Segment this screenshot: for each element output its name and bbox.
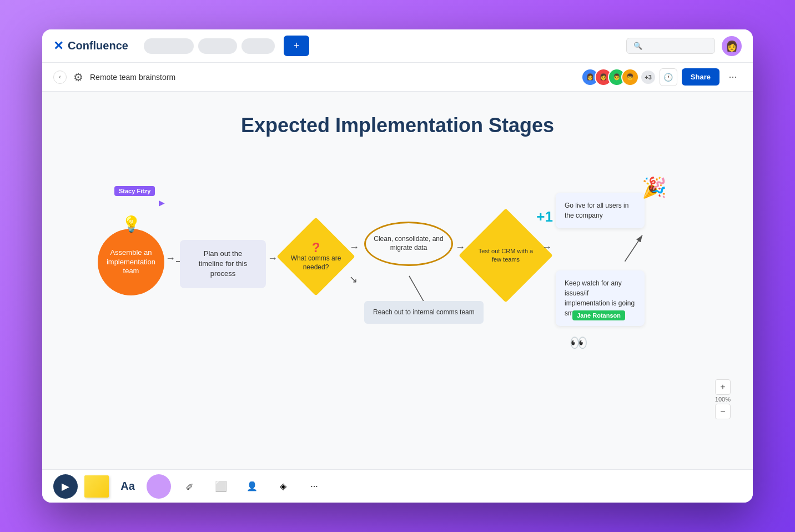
step4a-label: Clean, consolidate, and migrate data: [371, 235, 446, 252]
diagram-icon: ⚙: [73, 71, 83, 84]
zoom-level: 100%: [715, 396, 731, 403]
zoom-in-button[interactable]: +: [715, 379, 731, 395]
search-box[interactable]: 🔍: [626, 38, 715, 54]
nav-pill-3[interactable]: [241, 38, 275, 54]
step4a-node: Clean, consolidate, and migrate data: [364, 222, 453, 266]
integration-tool[interactable]: ◈: [271, 474, 295, 499]
step5-label: Test out CRM with a few teams: [479, 248, 533, 263]
nav-pill-2[interactable]: [198, 38, 237, 54]
arrow3a: →: [349, 242, 359, 253]
step3-label: What comms are needed?: [291, 254, 341, 271]
avatar-user-4: 👦: [621, 68, 639, 86]
plus-one-badge: +1: [536, 208, 553, 225]
nav-pill-1[interactable]: [144, 38, 194, 54]
secondary-nav: ‹ ⚙ Remote team brainstorm 👩 👩 👨 👦 +3 🕐 …: [42, 63, 753, 92]
app-name: Confluence: [68, 39, 128, 52]
arrow2: →: [268, 253, 278, 264]
shape-tool[interactable]: [147, 474, 171, 499]
note1-label: Go live for all users in the company: [565, 202, 628, 219]
collapse-button[interactable]: ‹: [53, 71, 67, 84]
diagram-title: Expected Implementation Stages: [42, 92, 753, 137]
text-tool[interactable]: Aa: [115, 474, 140, 499]
pen-tool[interactable]: ✏: [173, 469, 207, 503]
step1-label: Assemble an implementation team: [104, 248, 158, 277]
nav-right: 🔍 👩: [626, 36, 742, 56]
search-icon: 🔍: [633, 42, 642, 50]
step1-node: 💡 Assemble an implementation team: [98, 215, 164, 295]
more-options-button[interactable]: ···: [724, 68, 742, 86]
circle-shape-icon: [147, 474, 171, 499]
step4b-node: Reach out to internal comms team: [364, 301, 484, 324]
step3-node: ? What comms are needed?: [285, 226, 346, 287]
history-button[interactable]: 🕐: [660, 68, 677, 86]
step1-circle: Assemble an implementation team: [98, 229, 164, 295]
svg-line-6: [625, 235, 643, 262]
arrow1: →: [165, 253, 175, 264]
avatar-overflow-count: +3: [641, 71, 655, 84]
user-label-jane: Jane Rotanson: [572, 310, 625, 320]
party-emoji: 🎉: [642, 176, 667, 199]
avatar-group: 👩 👩 👨 👦 +3: [581, 68, 655, 86]
user-avatar[interactable]: 👩: [722, 36, 742, 56]
zoom-out-button[interactable]: −: [715, 404, 731, 419]
sticky-note-tool[interactable]: [84, 474, 109, 499]
diagram-wrapper: 💡 Assemble an implementation team → Plan…: [42, 159, 753, 393]
arrow3b: ↘: [349, 273, 358, 285]
note1-card: Go live for all users in the company: [556, 193, 645, 228]
bottom-toolbar: ▶ Aa ✏ ⬜ 👤 ◈ ···: [42, 469, 753, 503]
frame-tool[interactable]: ⬜: [209, 474, 233, 499]
nav-pills: [144, 38, 275, 54]
canvas-area: Expected Implementation Stages Stacy Fit…: [42, 92, 753, 469]
zoom-controls: + 100% −: [715, 379, 731, 419]
step2-node: Plan out the timeline for this process: [180, 240, 266, 288]
arrow5: →: [542, 242, 552, 253]
confluence-logo-icon: ✕: [53, 39, 63, 53]
sticky-icon: [84, 475, 109, 498]
step4b-label: Reach out to internal comms team: [373, 308, 475, 316]
more-tools-button[interactable]: ···: [302, 474, 326, 499]
step5-node: +1 Test out CRM with a few teams: [470, 219, 542, 292]
avatar-image: 👩: [726, 40, 738, 52]
play-button[interactable]: ▶: [53, 474, 78, 499]
breadcrumb: Remote team brainstorm: [90, 73, 175, 82]
logo-area: ✕ Confluence: [53, 39, 128, 53]
eyes-emoji: 👀: [570, 334, 587, 352]
top-nav: ✕ Confluence + 🔍 👩: [42, 29, 753, 63]
browser-window: ✕ Confluence + 🔍 👩 ‹ ⚙ Remote team brain…: [42, 29, 753, 503]
share-button[interactable]: Share: [682, 68, 719, 86]
add-button[interactable]: +: [284, 36, 310, 56]
person-tool[interactable]: 👤: [240, 474, 264, 499]
step2-label: Plan out the timeline for this process: [191, 249, 255, 279]
step4a-oval: Clean, consolidate, and migrate data: [364, 222, 453, 266]
secondary-right-controls: 👩 👩 👨 👦 +3 🕐 Share ···: [581, 68, 742, 86]
